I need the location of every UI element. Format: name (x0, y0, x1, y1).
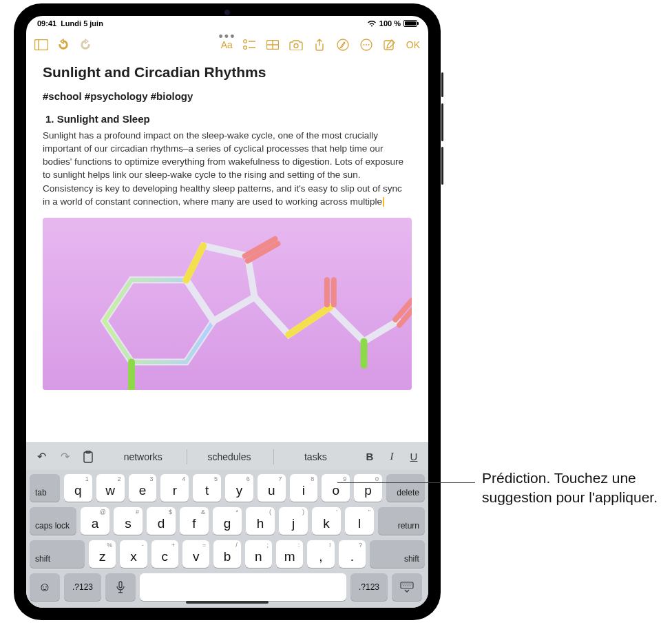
note-content[interactable]: Sunlight and Circadian Rhythms #school #… (26, 59, 428, 442)
key-dismiss-keyboard[interactable] (392, 573, 422, 601)
callout-leader-line (337, 482, 475, 483)
key-q[interactable]: 1q (64, 474, 92, 502)
checklist-icon[interactable] (242, 38, 256, 52)
key-p[interactable]: 0p (354, 474, 382, 502)
key-,[interactable]: !, (307, 540, 334, 568)
more-icon[interactable] (359, 38, 373, 52)
key-x[interactable]: -x (120, 540, 147, 568)
markup-icon[interactable] (336, 38, 350, 52)
key-shift-right[interactable]: shift (370, 540, 425, 568)
onscreen-keyboard: tab 1q2w3e4r5t6y7u8i9o0pdelete caps lock… (26, 470, 428, 608)
key-numbers-right[interactable]: .?123 (350, 573, 388, 601)
key-.[interactable]: ?. (339, 540, 366, 568)
battery-pct: 100 % (379, 19, 401, 28)
note-title: Sunlight and Circadian Rhythms (43, 64, 412, 81)
svg-line-19 (186, 246, 203, 280)
svg-point-4 (243, 46, 246, 50)
svg-point-39 (406, 585, 406, 586)
key-capslock[interactable]: caps lock (30, 507, 76, 535)
wifi-icon (367, 20, 377, 27)
key-m[interactable]: :m (276, 540, 303, 568)
svg-point-14 (368, 44, 369, 45)
compose-icon[interactable] (383, 38, 397, 52)
key-k[interactable]: 'k (312, 507, 341, 535)
svg-point-37 (410, 584, 411, 584)
key-h[interactable]: (h (246, 507, 275, 535)
camera-dot (224, 10, 230, 15)
bold-button[interactable]: B (359, 447, 380, 467)
key-b[interactable]: /b (213, 540, 240, 568)
svg-point-36 (408, 584, 409, 584)
key-space[interactable] (140, 573, 346, 601)
svg-point-12 (363, 44, 364, 45)
svg-point-9 (294, 43, 298, 48)
svg-rect-31 (119, 582, 122, 588)
key-w[interactable]: 2w (96, 474, 125, 502)
undo-icon[interactable] (56, 38, 70, 52)
svg-point-10 (337, 39, 348, 50)
power-button (441, 72, 443, 97)
key-tab[interactable]: tab (30, 474, 60, 502)
ipad-device-frame: 09:41 Lundi 5 juin 100 % ••• (14, 3, 441, 620)
svg-point-35 (406, 584, 407, 584)
keyboard-predictive-row: ↶ ↷ networks schedules tasks B I U (26, 442, 428, 470)
home-indicator[interactable] (186, 601, 269, 604)
key-d[interactable]: $d (147, 507, 176, 535)
key-s[interactable]: #s (114, 507, 143, 535)
key-v[interactable]: =v (182, 540, 209, 568)
svg-point-33 (402, 584, 403, 584)
prediction-1[interactable]: networks (101, 447, 185, 467)
volume-up-button (441, 103, 443, 141)
prediction-2[interactable]: schedules (187, 447, 271, 467)
key-e[interactable]: 3e (129, 474, 157, 502)
italic-button[interactable]: I (381, 447, 402, 467)
svg-point-34 (404, 584, 405, 584)
svg-rect-29 (84, 452, 92, 462)
key-u[interactable]: 7u (258, 474, 286, 502)
key-f[interactable]: &f (180, 507, 209, 535)
key-j[interactable]: )j (279, 507, 308, 535)
status-date: Lundi 5 juin (61, 19, 103, 28)
svg-point-2 (243, 40, 246, 43)
table-icon[interactable] (266, 38, 280, 52)
key-g[interactable]: *g (213, 507, 242, 535)
note-attached-image[interactable] (43, 218, 412, 390)
key-l[interactable]: "l (345, 507, 374, 535)
undo-typing-icon[interactable]: ↶ (30, 447, 52, 467)
done-button[interactable]: OK (406, 39, 420, 50)
key-a[interactable]: @a (81, 507, 109, 535)
key-o[interactable]: 9o (322, 474, 350, 502)
camera-icon[interactable] (289, 38, 303, 52)
key-t[interactable]: 5t (193, 474, 221, 502)
svg-point-41 (410, 585, 410, 586)
note-heading: 1. Sunlight and Sleep (43, 113, 412, 125)
sidebar-toggle-icon[interactable] (34, 38, 48, 52)
share-icon[interactable] (313, 38, 326, 52)
screen: 09:41 Lundi 5 juin 100 % ••• (26, 16, 428, 608)
note-tags: #school #psychology #biology (43, 90, 412, 102)
svg-line-20 (288, 307, 330, 335)
redo-icon[interactable] (78, 38, 92, 52)
key-y[interactable]: 6y (225, 474, 253, 502)
svg-point-38 (403, 585, 404, 586)
key-n[interactable]: ;n (245, 540, 272, 568)
prediction-3[interactable]: tasks (273, 447, 358, 467)
redo-typing-icon[interactable]: ↷ (54, 447, 76, 467)
key-z[interactable]: %z (89, 540, 116, 568)
note-body: Sunlight has a profound impact on the sl… (43, 129, 412, 208)
key-delete[interactable]: delete (386, 474, 425, 502)
clipboard-icon[interactable] (77, 447, 99, 467)
status-time: 09:41 (37, 19, 56, 28)
text-cursor-icon (383, 197, 384, 207)
key-emoji[interactable]: ☺ (30, 573, 60, 601)
key-shift-left[interactable]: shift (30, 540, 85, 568)
key-dictation[interactable] (105, 573, 136, 601)
key-return[interactable]: return (378, 507, 425, 535)
key-numbers-left[interactable]: .?123 (64, 573, 101, 601)
key-i[interactable]: 8i (290, 474, 318, 502)
key-r[interactable]: 4r (160, 474, 189, 502)
key-c[interactable]: +c (151, 540, 178, 568)
multitask-dots-icon[interactable]: ••• (219, 30, 236, 44)
underline-button[interactable]: U (403, 447, 424, 467)
battery-icon (403, 20, 417, 27)
